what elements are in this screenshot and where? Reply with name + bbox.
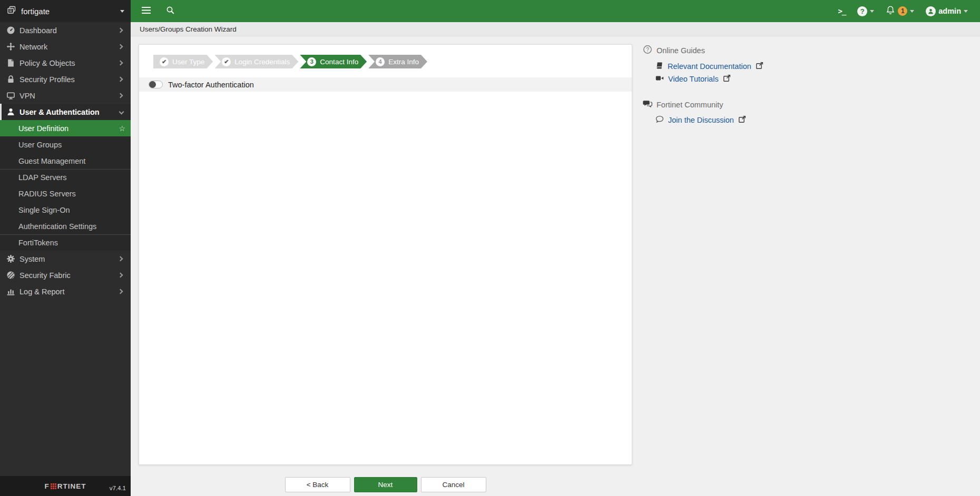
sidebar-item-guest-management[interactable]: Guest Management — [0, 153, 131, 169]
sidebar-item-user-definition[interactable]: User Definition ☆ — [0, 120, 131, 136]
toggle-knob — [149, 81, 156, 88]
notification-badge: 1 — [898, 6, 907, 16]
wizard-step-contact-info: 3 Contact Info — [300, 55, 367, 68]
monitor-icon — [6, 91, 15, 100]
external-link-icon — [723, 74, 731, 84]
video-camera-icon — [655, 75, 664, 83]
stacked-windows-icon — [7, 5, 16, 17]
two-factor-label: Two-factor Authentication — [168, 81, 254, 89]
chevron-right-icon — [118, 44, 123, 49]
speech-bubble-icon — [655, 115, 664, 125]
chevron-right-icon — [118, 77, 123, 82]
policy-icon — [6, 58, 15, 67]
user-menu-button[interactable]: admin — [921, 0, 973, 22]
page-title: Users/Groups Creation Wizard — [140, 25, 237, 33]
hamburger-icon — [141, 6, 151, 16]
chevron-right-icon — [118, 93, 123, 98]
chevron-down-icon — [119, 110, 124, 115]
fabric-icon — [6, 271, 15, 280]
sidebar-item-system[interactable]: System — [0, 251, 131, 267]
check-icon: ✔ — [160, 57, 169, 66]
sidebar-item-user-authentication[interactable]: User & Authentication — [0, 104, 131, 120]
device-selector[interactable]: fortigate — [0, 0, 131, 22]
global-search-button[interactable] — [159, 0, 182, 22]
online-guides-header: ? Online Guides — [643, 45, 817, 56]
check-icon: ✔ — [222, 57, 231, 66]
two-factor-row: Two-factor Authentication — [139, 77, 632, 92]
help-menu-button[interactable]: ? — [852, 0, 879, 22]
firmware-version: v7.4.1 — [110, 485, 126, 491]
relevant-documentation-link[interactable]: Relevant Documentation — [655, 62, 817, 71]
sidebar-nav: Dashboard Network Policy & Objects Secur… — [0, 22, 131, 496]
step-number: 4 — [376, 57, 385, 66]
breadcrumb: Users/Groups Creation Wizard — [131, 22, 980, 36]
wizard-steps: ✔ User Type ✔ Login Credentials 3 Contac… — [153, 55, 632, 68]
move-icon — [6, 42, 15, 51]
chevron-right-icon — [118, 256, 123, 262]
step-number: 3 — [307, 57, 316, 66]
top-bar: fortigate >_ ? 1 — [0, 0, 980, 22]
cli-console-button[interactable]: >_ — [833, 0, 850, 22]
chevron-down-icon — [964, 10, 968, 13]
sidebar-item-radius-servers[interactable]: RADIUS Servers — [0, 185, 131, 202]
sidebar-item-security-fabric[interactable]: Security Fabric — [0, 267, 131, 283]
sidebar-item-policy-objects[interactable]: Policy & Objects — [0, 55, 131, 71]
help-panel: ? Online Guides Relevant Documentation V… — [643, 45, 817, 125]
gauge-icon — [6, 26, 15, 35]
question-circle-icon: ? — [643, 45, 652, 56]
fortinet-logo: F RTINET — [45, 482, 86, 490]
sidebar-item-network[interactable]: Network — [0, 38, 131, 55]
sidebar-item-dashboard[interactable]: Dashboard — [0, 22, 131, 38]
user-authentication-submenu: User Definition ☆ User Groups Guest Mana… — [0, 120, 131, 251]
wizard-step-user-type: ✔ User Type — [153, 55, 213, 68]
sidebar-item-single-sign-on[interactable]: Single Sign-On — [0, 202, 131, 218]
favorite-star-icon[interactable]: ☆ — [119, 124, 125, 133]
wizard-step-login-credentials: ✔ Login Credentials — [214, 55, 298, 68]
video-tutorials-link[interactable]: Video Tutorials — [655, 74, 817, 84]
sidebar-item-log-report[interactable]: Log & Report — [0, 283, 131, 300]
two-factor-toggle[interactable] — [149, 81, 163, 88]
sidebar-item-authentication-settings[interactable]: Authentication Settings — [0, 218, 131, 234]
notifications-button[interactable]: 1 — [881, 0, 919, 22]
sidebar-item-ldap-servers[interactable]: LDAP Servers — [0, 169, 131, 185]
top-bar-main: >_ ? 1 admin — [131, 0, 980, 22]
user-name: admin — [938, 7, 961, 15]
fortinet-community-header: Fortinet Community — [643, 100, 817, 110]
gear-icon — [6, 254, 15, 263]
chevron-right-icon — [118, 28, 123, 33]
fortinet-logo-grid-icon — [51, 483, 56, 489]
chevron-right-icon — [118, 273, 123, 278]
external-link-icon — [738, 115, 746, 125]
lock-icon — [6, 75, 15, 84]
chart-icon — [6, 287, 15, 296]
external-link-icon — [756, 62, 763, 71]
cancel-button[interactable]: Cancel — [421, 477, 486, 492]
chevron-down-icon — [120, 10, 124, 13]
sidebar-item-fortitokens[interactable]: FortiTokens — [0, 234, 131, 251]
chat-bubbles-icon — [643, 100, 652, 110]
next-button[interactable]: Next — [354, 477, 417, 492]
back-button[interactable]: < Back — [285, 477, 350, 492]
sidebar-item-user-groups[interactable]: User Groups — [0, 136, 131, 153]
menu-toggle-button[interactable] — [134, 0, 159, 22]
book-icon — [655, 62, 663, 71]
bell-icon — [886, 5, 895, 17]
help-icon: ? — [857, 6, 867, 16]
terminal-icon: >_ — [838, 7, 846, 15]
sidebar-footer: F RTINET v7.4.1 — [0, 476, 131, 496]
chevron-right-icon — [118, 289, 123, 294]
chevron-right-icon — [118, 61, 123, 66]
wizard-card: ✔ User Type ✔ Login Credentials 3 Contac… — [139, 44, 632, 465]
svg-text:?: ? — [646, 47, 649, 53]
chevron-down-icon — [910, 10, 914, 13]
wizard-step-extra-info: 4 Extra Info — [368, 55, 427, 68]
join-discussion-link[interactable]: Join the Discussion — [655, 115, 817, 125]
sidebar-item-vpn[interactable]: VPN — [0, 87, 131, 104]
user-icon — [6, 107, 15, 116]
sidebar-item-security-profiles[interactable]: Security Profiles — [0, 71, 131, 87]
wizard-footer-buttons: < Back Next Cancel — [139, 477, 632, 492]
user-avatar-icon — [926, 6, 936, 16]
device-name: fortigate — [21, 7, 50, 16]
chevron-down-icon — [870, 10, 874, 13]
search-icon — [166, 6, 175, 17]
